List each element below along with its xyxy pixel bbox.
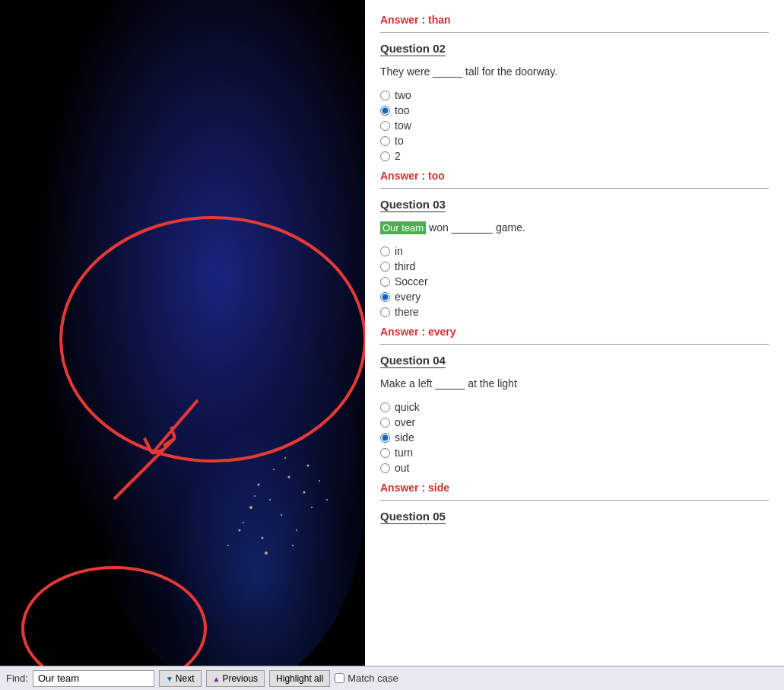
q04-options: quick over side turn out: [380, 401, 769, 474]
q02-option-2: 2: [380, 150, 769, 162]
q02-options: two too tow to 2: [380, 89, 769, 162]
q02-radio-too[interactable]: [380, 106, 390, 116]
q03-option-every: every: [380, 291, 769, 303]
q04-option-out: out: [380, 462, 769, 474]
city-lights-svg: [122, 348, 350, 652]
svg-point-7: [243, 522, 244, 523]
q04-label-over: over: [395, 416, 415, 428]
q04-radio-quick[interactable]: [380, 402, 390, 412]
svg-point-10: [311, 507, 313, 508]
q04-label-quick: quick: [395, 401, 420, 413]
divider-q03: [380, 344, 769, 345]
previous-button[interactable]: Previous: [206, 670, 265, 687]
q03-highlight: Our team: [380, 221, 426, 234]
q03-title: Question 03: [380, 198, 446, 212]
left-panel: [0, 0, 365, 690]
q04-radio-over[interactable]: [380, 418, 390, 428]
svg-point-11: [254, 495, 256, 497]
q04-radio-out[interactable]: [380, 463, 390, 473]
q03-option-in: in: [380, 245, 769, 257]
svg-point-16: [227, 545, 229, 546]
match-case-text: Match case: [348, 673, 398, 684]
svg-point-3: [269, 499, 271, 501]
q02-block: Question 02 They were _____ tall for the…: [380, 42, 769, 189]
q03-radio-there[interactable]: [380, 307, 390, 317]
q03-radio-soccer[interactable]: [380, 277, 390, 287]
match-case-checkbox[interactable]: [335, 673, 344, 683]
q04-answer-value: side: [428, 482, 449, 494]
svg-point-1: [273, 469, 275, 470]
highlight-all-label: Highlight all: [276, 673, 323, 684]
previous-arrow-icon: [213, 673, 221, 684]
svg-point-6: [303, 491, 306, 494]
q02-radio-to[interactable]: [380, 136, 390, 146]
q04-radio-side[interactable]: [380, 433, 390, 443]
q02-radio-tow[interactable]: [380, 121, 390, 131]
next-button[interactable]: Next: [159, 670, 202, 687]
q02-answer-line: Answer : too: [380, 170, 769, 182]
find-input[interactable]: [33, 670, 154, 687]
svg-point-2: [288, 476, 290, 479]
svg-point-12: [284, 457, 286, 459]
q03-radio-third[interactable]: [380, 262, 390, 272]
right-panel[interactable]: Answer : than Question 02 They were ____…: [365, 0, 784, 666]
earth-image: [0, 0, 365, 690]
q04-text: Make a left _____ at the light: [380, 376, 769, 392]
q03-label-third: third: [395, 260, 415, 272]
q04-label-turn: turn: [395, 447, 413, 459]
q04-title: Question 04: [380, 354, 446, 368]
q04-label-side: side: [395, 431, 414, 444]
highlight-all-button[interactable]: Highlight all: [269, 670, 330, 687]
svg-point-0: [258, 484, 260, 486]
q03-option-there: there: [380, 306, 769, 318]
svg-point-14: [319, 480, 320, 482]
q02-option-too: too: [380, 104, 769, 116]
q04-option-side: side: [380, 431, 769, 444]
q04-label-out: out: [395, 462, 409, 474]
svg-point-8: [296, 529, 297, 531]
svg-point-5: [281, 514, 282, 516]
svg-point-18: [265, 552, 268, 555]
q03-label-soccer: Soccer: [395, 275, 428, 288]
next-arrow-icon: [166, 673, 173, 684]
q04-block: Question 04 Make a left _____ at the lig…: [380, 354, 769, 501]
divider-q02: [380, 188, 769, 189]
svg-point-19: [292, 545, 294, 546]
q02-option-to: to: [380, 135, 769, 147]
q03-answer-line: Answer : every: [380, 326, 769, 338]
find-bar: Find: Next Previous Highlight all Match …: [0, 666, 784, 690]
q01-answer-line: Answer : than: [380, 14, 769, 26]
divider-q04: [380, 500, 769, 501]
svg-point-15: [239, 529, 241, 532]
q04-radio-turn[interactable]: [380, 448, 390, 458]
q02-answer-value: too: [428, 170, 445, 182]
q02-title: Question 02: [380, 42, 446, 56]
svg-point-9: [262, 537, 264, 539]
q01-answer-block: Answer : than: [380, 14, 769, 33]
q05-block: Question 05: [380, 510, 769, 532]
earth-lights: [122, 348, 350, 652]
svg-point-17: [326, 499, 328, 501]
q03-block: Question 03 Our team won _______ game. i…: [380, 198, 769, 345]
q03-options: in third Soccer every there: [380, 245, 769, 318]
main-container: Answer : than Question 02 They were ____…: [0, 0, 784, 690]
find-label: Find:: [6, 673, 28, 684]
q02-label-tow: tow: [395, 119, 411, 132]
q02-text: They were _____ tall for the doorway.: [380, 64, 769, 80]
q03-option-third: third: [380, 260, 769, 272]
match-case-label: Match case: [335, 673, 398, 684]
previous-label: Previous: [222, 673, 258, 684]
svg-point-4: [249, 506, 252, 509]
q03-option-soccer: Soccer: [380, 275, 769, 288]
svg-point-13: [307, 465, 309, 467]
q01-answer-value: than: [428, 14, 451, 26]
q03-radio-every[interactable]: [380, 292, 390, 302]
q02-option-two: two: [380, 89, 769, 101]
q04-option-quick: quick: [380, 401, 769, 413]
q02-option-tow: tow: [380, 119, 769, 132]
q03-radio-in[interactable]: [380, 246, 390, 256]
q02-radio-two[interactable]: [380, 91, 390, 100]
q03-label-every: every: [395, 291, 421, 303]
q03-answer-value: every: [428, 326, 456, 338]
q02-radio-2[interactable]: [380, 151, 390, 161]
